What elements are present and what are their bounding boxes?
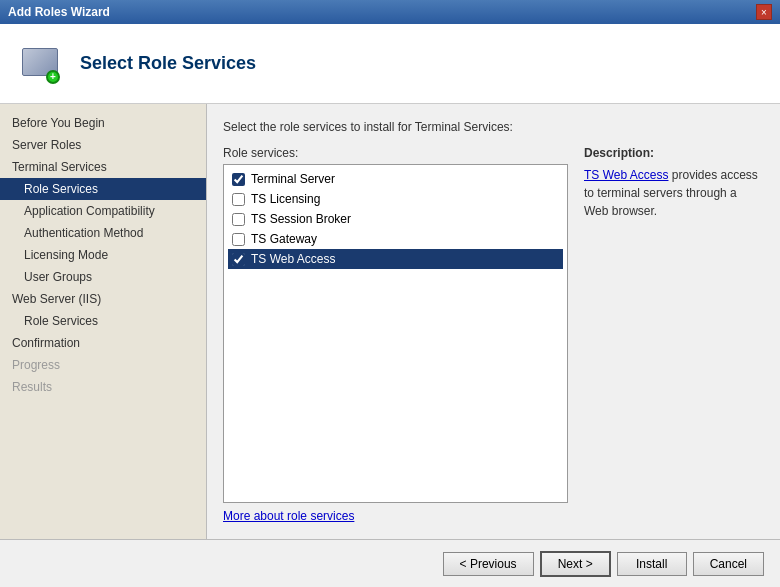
sidebar-item-0[interactable]: Before You Begin <box>0 112 206 134</box>
role-checkbox-1[interactable] <box>232 193 245 206</box>
description-text: TS Web Access provides access to termina… <box>584 166 764 220</box>
cancel-button[interactable]: Cancel <box>693 552 764 576</box>
role-label-4: TS Web Access <box>251 252 335 266</box>
wizard-title: Select Role Services <box>80 53 256 74</box>
role-services-panel: Role services: Terminal ServerTS Licensi… <box>223 146 568 523</box>
next-button[interactable]: Next > <box>540 551 611 577</box>
sidebar-item-3[interactable]: Role Services <box>0 178 206 200</box>
wizard-header-icon: + <box>16 40 64 88</box>
content-main: Role services: Terminal ServerTS Licensi… <box>223 146 764 523</box>
role-label-2: TS Session Broker <box>251 212 351 226</box>
sidebar-item-2[interactable]: Terminal Services <box>0 156 206 178</box>
sidebar-item-8[interactable]: Web Server (IIS) <box>0 288 206 310</box>
sidebar-item-11: Progress <box>0 354 206 376</box>
role-label-0: Terminal Server <box>251 172 335 186</box>
wizard-container: + Select Role Services Before You BeginS… <box>0 24 780 587</box>
role-item-1[interactable]: TS Licensing <box>228 189 563 209</box>
sidebar-item-1[interactable]: Server Roles <box>0 134 206 156</box>
title-bar: Add Roles Wizard × <box>0 0 780 24</box>
role-item-0[interactable]: Terminal Server <box>228 169 563 189</box>
role-services-label: Role services: <box>223 146 568 160</box>
role-checkbox-2[interactable] <box>232 213 245 226</box>
title-bar-label: Add Roles Wizard <box>8 5 110 19</box>
wizard-footer: < Previous Next > Install Cancel <box>0 539 780 587</box>
description-link[interactable]: TS Web Access <box>584 168 668 182</box>
role-checkbox-4[interactable] <box>232 253 245 266</box>
content-instruction: Select the role services to install for … <box>223 120 764 134</box>
sidebar: Before You BeginServer RolesTerminal Ser… <box>0 104 207 539</box>
sidebar-item-6[interactable]: Licensing Mode <box>0 244 206 266</box>
sidebar-item-4[interactable]: Application Compatibility <box>0 200 206 222</box>
wizard-body: Before You BeginServer RolesTerminal Ser… <box>0 104 780 539</box>
role-item-2[interactable]: TS Session Broker <box>228 209 563 229</box>
close-button[interactable]: × <box>756 4 772 20</box>
role-item-4[interactable]: TS Web Access <box>228 249 563 269</box>
main-content: Select the role services to install for … <box>207 104 780 539</box>
title-text: Add Roles Wizard <box>8 5 110 19</box>
install-button[interactable]: Install <box>617 552 687 576</box>
prev-button[interactable]: < Previous <box>443 552 534 576</box>
sidebar-item-9[interactable]: Role Services <box>0 310 206 332</box>
sidebar-item-7[interactable]: User Groups <box>0 266 206 288</box>
sidebar-item-5[interactable]: Authentication Method <box>0 222 206 244</box>
sidebar-item-12: Results <box>0 376 206 398</box>
server-icon: + <box>20 44 60 84</box>
role-services-list: Terminal ServerTS LicensingTS Session Br… <box>223 164 568 503</box>
description-label: Description: <box>584 146 764 160</box>
description-panel: Description: TS Web Access provides acce… <box>584 146 764 523</box>
role-label-1: TS Licensing <box>251 192 320 206</box>
wizard-header: + Select Role Services <box>0 24 780 104</box>
role-label-3: TS Gateway <box>251 232 317 246</box>
role-item-3[interactable]: TS Gateway <box>228 229 563 249</box>
more-link-anchor[interactable]: More about role services <box>223 509 354 523</box>
more-link[interactable]: More about role services <box>223 509 568 523</box>
add-icon: + <box>46 70 60 84</box>
sidebar-item-10[interactable]: Confirmation <box>0 332 206 354</box>
role-checkbox-3[interactable] <box>232 233 245 246</box>
role-checkbox-0[interactable] <box>232 173 245 186</box>
